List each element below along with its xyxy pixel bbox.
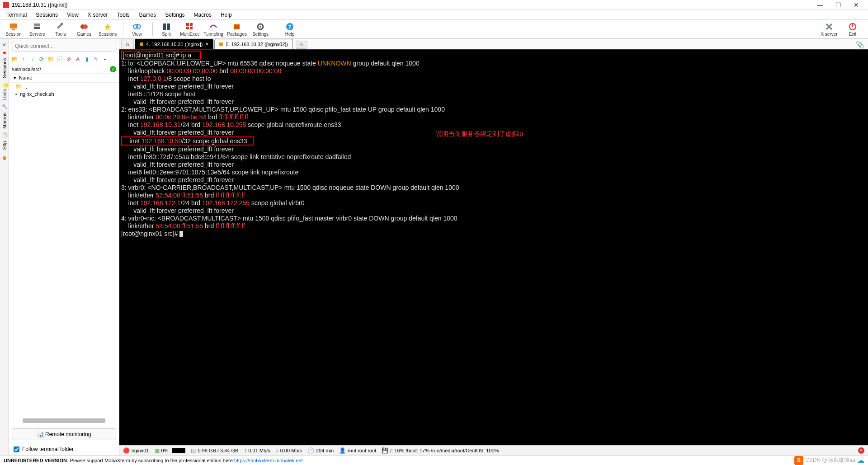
follow-terminal-row: Follow terminal folder xyxy=(9,443,119,455)
tool-settings[interactable]: Settings xyxy=(250,22,271,37)
tab-active[interactable]: 4. 192.168.10.31 ([nginx]) × xyxy=(135,39,213,49)
toolbar-sep xyxy=(276,23,276,36)
svg-rect-11 xyxy=(186,23,189,26)
edit-icon[interactable]: ✎ xyxy=(92,56,99,63)
svg-text:?: ? xyxy=(288,24,291,30)
file-icon: ▪ xyxy=(15,91,17,97)
home-icon: ⌂ xyxy=(126,41,129,47)
tool-servers[interactable]: Servers xyxy=(26,22,48,37)
stat-host: 🔴nginx01 xyxy=(123,447,149,454)
tab-other[interactable]: 5. 192.168.10.32 ([nginx02]) xyxy=(214,39,293,49)
menu-xserver[interactable]: X server xyxy=(83,12,113,18)
terminal-icon xyxy=(219,42,223,46)
games-icon xyxy=(80,22,89,31)
perms-icon[interactable]: ▮ xyxy=(83,56,90,63)
minimize-button[interactable]: — xyxy=(811,1,829,9)
tool-tools[interactable]: Tools xyxy=(50,22,71,37)
tool-exit[interactable]: Exit xyxy=(842,22,863,37)
footer-link[interactable]: https://mobaxterm.mobatek.net xyxy=(234,458,303,463)
tabstrip: ⌂ 4. 192.168.10.31 ([nginx]) × 5. 192.16… xyxy=(119,39,868,50)
newfolder-icon[interactable]: 📁 xyxy=(47,56,54,63)
multiexec-icon xyxy=(185,22,194,31)
help-icon: ? xyxy=(285,22,294,31)
window-title: 192.168.10.31 ([nginx]) xyxy=(12,2,811,8)
tool-sessions[interactable]: Sessions xyxy=(97,22,118,37)
menu-sessions[interactable]: Sessions xyxy=(31,12,62,18)
clock-icon: 🕐 xyxy=(307,447,314,454)
host-icon: 🔴 xyxy=(123,447,130,454)
tunnel-icon xyxy=(209,22,218,31)
terminal-icon[interactable]: ▪ xyxy=(101,56,108,63)
tree-row-file[interactable]: ▪ nginx_check.sh xyxy=(9,90,119,98)
menu-macros[interactable]: Macros xyxy=(189,12,216,18)
scrollbar[interactable] xyxy=(23,418,105,423)
status-close-icon[interactable]: × xyxy=(858,447,864,454)
svg-rect-1 xyxy=(12,29,15,30)
tool-view[interactable]: View xyxy=(126,22,148,37)
vtab-tools[interactable]: Tools xyxy=(1,85,8,104)
sftp-toolbar: 📂 ↑ ↓ ⟳ 📁 📄 ⊘ A ▮ ✎ ▪ xyxy=(9,53,119,65)
tool-xserver[interactable]: X server xyxy=(818,22,840,37)
menu-help[interactable]: Help xyxy=(216,12,236,18)
user-icon: 👤 xyxy=(339,447,346,454)
footer: UNREGISTERED VERSION - Please support Mo… xyxy=(0,455,868,465)
tree-row-parent[interactable]: 📁 .. xyxy=(9,83,119,90)
tool-split[interactable]: Split xyxy=(156,22,177,37)
tab-close-icon[interactable]: × xyxy=(205,41,208,47)
wrench-icon: 🔧 xyxy=(2,104,7,109)
newfile-icon[interactable]: 📄 xyxy=(56,56,63,63)
remote-monitoring-label: Remote monitoring xyxy=(45,431,91,437)
cpu-icon: ▦ xyxy=(155,447,160,454)
tree-header[interactable]: ▾ Name xyxy=(9,74,119,83)
quick-connect-input[interactable] xyxy=(11,41,117,52)
follow-checkbox[interactable] xyxy=(14,446,19,452)
wrench-icon xyxy=(56,22,65,31)
home-tab[interactable]: ⌂ xyxy=(121,39,134,49)
vtab-sessions[interactable]: Sessions xyxy=(1,54,8,82)
star-icon xyxy=(103,22,112,31)
ram-icon: ▤ xyxy=(191,447,196,454)
menu-games[interactable]: Games xyxy=(134,12,161,18)
remote-monitoring-button[interactable]: 📊 Remote monitoring xyxy=(12,428,116,440)
svg-rect-16 xyxy=(234,24,240,25)
server-icon xyxy=(33,22,42,31)
menu-terminal[interactable]: Terminal xyxy=(2,12,31,18)
star-icon: ⭐ xyxy=(3,82,6,85)
x-icon xyxy=(825,22,834,31)
rename-icon[interactable]: A xyxy=(74,56,81,63)
svg-rect-0 xyxy=(10,23,17,28)
sftp-path-input[interactable] xyxy=(12,66,110,72)
sftp-dot-icon xyxy=(3,156,6,160)
close-button[interactable]: ✕ xyxy=(847,1,865,9)
menu-tools[interactable]: Tools xyxy=(113,12,134,18)
terminal[interactable]: [root@nginx01 src]# ip a 1: lo: <LOOPBAC… xyxy=(119,50,868,445)
refresh-icon[interactable]: ⟳ xyxy=(38,56,45,63)
menu-view[interactable]: View xyxy=(62,12,83,18)
menubar: Terminal Sessions View X server Tools Ga… xyxy=(0,10,868,20)
upload-icon[interactable]: ↑ xyxy=(20,56,27,63)
menu-settings[interactable]: Settings xyxy=(160,12,189,18)
toolbar: Session Servers Tools Games Sessions Vie… xyxy=(0,20,868,39)
file-tree: ▾ Name 📁 .. ▪ nginx_check.sh xyxy=(9,74,119,416)
delete-icon[interactable]: ⊘ xyxy=(65,56,72,63)
vtab-sftp[interactable]: Sftp xyxy=(1,137,8,154)
tool-games[interactable]: Games xyxy=(73,22,95,37)
collapse-chevron-icon[interactable]: « xyxy=(3,41,6,48)
paperclip-icon[interactable]: 📎 xyxy=(856,41,864,49)
vtab-macros[interactable]: Macros xyxy=(1,109,8,132)
folder-open-icon[interactable]: 📂 xyxy=(11,56,18,63)
tool-help[interactable]: ?Help xyxy=(279,22,301,37)
annotation: 说明当前服务器绑定到了虚拟ip xyxy=(436,130,523,137)
svg-rect-10 xyxy=(167,23,170,30)
stat-uptime: 🕐204 min xyxy=(307,447,334,454)
tool-session[interactable]: Session xyxy=(3,22,24,37)
tool-packages[interactable]: Packages xyxy=(226,22,248,37)
download-icon[interactable]: ↓ xyxy=(29,56,36,63)
toolbar-sep xyxy=(152,23,153,36)
maximize-button[interactable]: ☐ xyxy=(829,1,847,9)
new-tab-button[interactable]: ✧ xyxy=(296,41,307,49)
tool-tunneling[interactable]: Tunneling xyxy=(203,22,224,37)
terminal-icon xyxy=(140,42,143,46)
stat-ram: ▤0.98 GB / 3.84 GB xyxy=(191,447,238,454)
tool-multiexec[interactable]: MultiExec xyxy=(179,22,201,37)
